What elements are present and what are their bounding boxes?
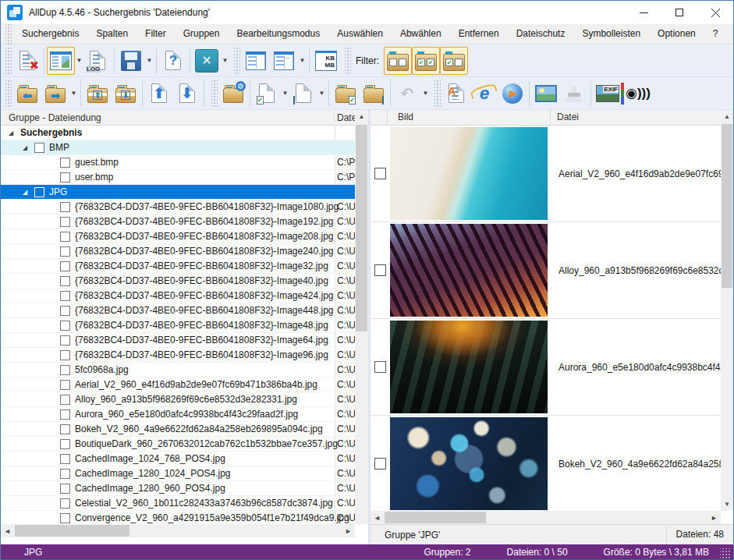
tree-row[interactable]: ◢ Aurora_960_e5e180d0afc4c9938bc4f43c29f… — [1, 407, 355, 422]
menu-item-symbolleisten[interactable]: Symbolleisten — [573, 28, 649, 39]
tree-row[interactable]: ◢ {76832BC4-DD37-4BE0-9FEC-BB6041808F32}… — [1, 333, 355, 348]
tree-row-checkbox[interactable] — [60, 498, 70, 509]
alloy-image-thumbnail[interactable] — [390, 224, 548, 317]
scroll-left-icon[interactable]: ◄ — [371, 514, 384, 522]
history-back-button[interactable]: ⬅ — [13, 80, 41, 108]
preview-row-checkbox[interactable] — [374, 458, 386, 470]
tree-row-checkbox[interactable] — [60, 217, 70, 227]
aurora-image-thumbnail[interactable] — [390, 321, 548, 413]
scroll-right-icon[interactable]: ► — [342, 527, 355, 535]
file-move-down-button[interactable]: ⬇ — [173, 80, 201, 108]
tree-row[interactable]: ◢ JPG — [1, 185, 355, 200]
image-viewer-button[interactable] — [532, 80, 560, 108]
filter-unchecked-groups-button[interactable] — [384, 47, 412, 75]
deselect-files-dropdown-icon[interactable]: ▼ — [317, 80, 326, 108]
menu-item-dateischutz[interactable]: Dateischutz — [508, 28, 574, 39]
menu-item-auswhlen[interactable]: Auswählen — [328, 28, 392, 39]
scroll-up-icon[interactable]: ▲ — [721, 110, 733, 123]
close-search-result-button[interactable]: ✕ — [193, 47, 221, 75]
view-layout-dropdown-icon[interactable]: ▼ — [75, 47, 83, 75]
log-button[interactable]: LOG — [83, 47, 112, 75]
tree-row[interactable]: ◢ {76832BC4-DD37-4BE0-9FEC-BB6041808F32}… — [1, 318, 355, 333]
tree-row[interactable]: ◢ CachedImage_1280_1024_POS4.jpg C:\U — [1, 466, 355, 481]
tree-row-checkbox[interactable] — [60, 306, 70, 316]
tree-row[interactable]: ◢ Alloy_960_a913b5f968269f69c6e8532d3e28… — [1, 392, 355, 407]
filter-mixed-groups-button[interactable]: ✔ — [440, 47, 468, 75]
tree-row-checkbox[interactable] — [60, 484, 70, 494]
preview-row-checkbox[interactable] — [374, 168, 386, 179]
scroll-left-icon[interactable]: ◄ — [1, 527, 14, 535]
resize-grip[interactable] — [720, 548, 731, 559]
tree-row[interactable]: ◢ 5fc0968a.jpg C:\U — [1, 363, 355, 377]
toolbar2-grip3[interactable] — [434, 80, 441, 107]
tree-row-checkbox[interactable] — [60, 513, 70, 523]
save-dropdown-icon[interactable]: ▼ — [145, 47, 154, 75]
tree-horizontal-scrollbar[interactable]: ◄ ► — [1, 524, 355, 537]
tree-row-checkbox[interactable] — [60, 232, 70, 242]
column-width-dropdown-icon[interactable]: ▼ — [298, 47, 307, 75]
tree-row-checkbox[interactable] — [60, 246, 70, 257]
toolbar1-grip[interactable] — [5, 48, 12, 74]
tree-row-checkbox[interactable] — [34, 143, 44, 153]
tree-row-checkbox[interactable] — [60, 350, 70, 360]
tree-row[interactable]: ◢ Celestial_V2_960_1b011c282433a37463b96… — [1, 496, 355, 511]
menubar-grip[interactable] — [5, 24, 12, 44]
menu-item-spalten[interactable]: Spalten — [87, 28, 137, 39]
file-move-up-button[interactable]: ⬆ — [145, 80, 173, 108]
folder-select-all-button[interactable]: ✔ — [332, 80, 360, 108]
tree-row-checkbox[interactable] — [60, 291, 70, 301]
close-button[interactable] — [697, 1, 733, 24]
tree-row-checkbox[interactable] — [60, 321, 70, 331]
tree-row[interactable]: ◢ {76832BC4-DD37-4BE0-9FEC-BB6041808F32}… — [1, 244, 355, 259]
tree-row-checkbox[interactable] — [60, 424, 70, 434]
tree-row-checkbox[interactable] — [60, 335, 70, 346]
menu-item-filter[interactable]: Filter — [137, 28, 175, 39]
menu-item-?[interactable]: ? — [704, 28, 727, 39]
tree-row[interactable]: ◢ {76832BC4-DD37-4BE0-9FEC-BB6041808F32}… — [1, 200, 355, 214]
history-forward-dropdown-icon[interactable]: ▼ — [69, 80, 78, 108]
tree-row-checkbox[interactable] — [60, 395, 70, 405]
tree-row[interactable]: ◢ Bokeh_V2_960_4a9e6622fd62a84a258eb2698… — [1, 422, 355, 437]
tree-row[interactable]: ◢ Convergence_V2_960_a4291915a9e359b054f… — [1, 511, 355, 524]
menu-item-entfernen[interactable]: Entfernen — [450, 28, 508, 39]
tree-row[interactable]: ◢ BMP — [1, 140, 355, 155]
menu-item-suchergebnis[interactable]: Suchergebnis — [13, 28, 87, 39]
select-files-button[interactable]: ✔ — [253, 80, 281, 108]
tree-row-checkbox[interactable] — [60, 158, 70, 168]
history-forward-button[interactable]: ➡ — [41, 80, 69, 108]
tree-row[interactable]: ◢ guest.bmp C:\P — [1, 155, 355, 170]
filter-grip[interactable] — [345, 48, 351, 74]
undo-button[interactable]: ↶ — [393, 80, 421, 108]
folder-move-down-button[interactable]: ⬇ — [112, 80, 140, 108]
tree-row[interactable]: ◢ {76832BC4-DD37-4BE0-9FEC-BB6041808F32}… — [1, 289, 355, 303]
toolbar2-grip2[interactable] — [211, 80, 218, 107]
tree-row[interactable]: ◢ {76832BC4-DD37-4BE0-9FEC-BB6041808F32}… — [1, 348, 355, 363]
tree-row[interactable]: ◢ BoutiqueDark_960_2670632012cab762c1b53… — [1, 437, 355, 452]
toolbar1-grip2[interactable] — [234, 48, 240, 74]
tree-row[interactable]: ◢ user.bmp C:\P — [1, 170, 355, 185]
save-button[interactable] — [117, 47, 145, 75]
minimize-button[interactable] — [626, 1, 661, 24]
image-column-header[interactable]: Bild — [388, 110, 551, 125]
preview-row[interactable]: Bokeh_V2_960_4a9e6622fd62a84a258eb269895… — [371, 416, 721, 511]
expand-triangle-icon[interactable]: ◢ — [9, 126, 16, 140]
tree-row-checkbox[interactable] — [60, 365, 70, 375]
tree-row-checkbox[interactable] — [60, 276, 70, 286]
select-column-header[interactable] — [371, 110, 388, 125]
media-player-button[interactable]: ▶ — [498, 80, 527, 108]
deselect-files-button[interactable] — [289, 80, 317, 108]
menu-item-optionen[interactable]: Optionen — [649, 28, 704, 39]
columns-layout-button[interactable] — [242, 47, 270, 75]
tree-row[interactable]: ◢ Suchergebnis — [1, 126, 355, 140]
group-column-header[interactable]: Gruppe - Dateiendung — [1, 112, 334, 123]
tree-row-checkbox[interactable] — [60, 202, 70, 212]
text-preview-button[interactable]: A — [442, 80, 470, 108]
tree-row[interactable]: ◢ {76832BC4-DD37-4BE0-9FEC-BB6041808F32}… — [1, 214, 355, 229]
folder-move-up-button[interactable]: ⬆ — [83, 80, 112, 108]
tree-row[interactable]: ◢ {76832BC4-DD37-4BE0-9FEC-BB6041808F32}… — [1, 259, 355, 274]
tree-row[interactable]: ◢ {76832BC4-DD37-4BE0-9FEC-BB6041808F32}… — [1, 274, 355, 289]
undo-dropdown-icon[interactable]: ▼ — [421, 80, 430, 108]
vlc-player-button[interactable] — [560, 80, 588, 108]
preview-vertical-scrollbar[interactable]: ▲ ▼ — [721, 110, 733, 511]
maximize-button[interactable] — [661, 1, 697, 24]
